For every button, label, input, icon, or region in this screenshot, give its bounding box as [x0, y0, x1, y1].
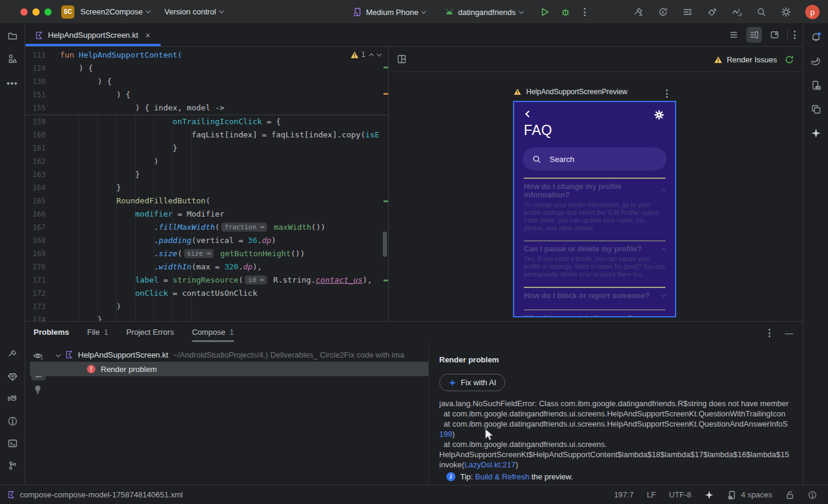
faq-question: Can I pause or delete my profile? [524, 245, 665, 253]
line-number: 168 [25, 234, 46, 247]
editor-options-icon[interactable] [793, 29, 797, 40]
prev-issue-icon[interactable] [369, 53, 374, 58]
next-issue-icon[interactable] [377, 51, 382, 56]
statusbar-file[interactable]: compose-compose-model-1758748140651.xml [7, 490, 183, 499]
design-view-button[interactable] [767, 27, 782, 43]
file-encoding[interactable]: UTF-8 [669, 490, 691, 499]
run-button[interactable] [540, 7, 550, 17]
gemini-icon[interactable] [811, 128, 821, 139]
window-controls [20, 8, 52, 16]
line-separator[interactable]: LF [647, 490, 656, 499]
faq-question: Why did my match disappear? [524, 314, 665, 317]
minimize-window-button[interactable] [32, 8, 40, 16]
code-style-icon [727, 490, 737, 500]
caret-position[interactable]: 197:7 [614, 490, 634, 499]
lock-icon[interactable] [785, 490, 794, 500]
close-tab-icon[interactable]: × [145, 31, 150, 40]
line-number: 159 [25, 115, 46, 128]
logcat-icon[interactable] [7, 394, 18, 404]
warning-icon [514, 88, 521, 95]
close-window-button[interactable] [20, 8, 28, 16]
project-tool-icon[interactable] [7, 31, 18, 41]
notifications-icon[interactable] [810, 31, 822, 43]
settings-gear-icon[interactable] [781, 7, 791, 17]
line-number: 111 [25, 49, 46, 62]
problems-file-row[interactable]: HelpAndSupportScreen.kt ~/AndroidStudioP… [56, 348, 421, 361]
inspection-widget[interactable]: 1 [350, 50, 381, 59]
device-manager-icon[interactable] [811, 104, 821, 115]
running-devices-icon[interactable] [811, 80, 821, 91]
preview-layout-icon[interactable] [397, 54, 407, 64]
change-marker [383, 200, 388, 202]
panel-tab-compose[interactable]: Compose1 [192, 328, 234, 342]
stack-link[interactable]: 199 [439, 430, 452, 439]
preview-toggle-eye-icon[interactable] [32, 351, 43, 361]
line-number: 124 [25, 62, 46, 75]
ai-sparkle-icon [448, 379, 457, 387]
panel-options-icon[interactable] [767, 328, 772, 338]
sticky-lines: 111fun HelpAndSupportContent(124 ) {130 … [25, 47, 388, 115]
preview-options-icon[interactable] [665, 88, 669, 99]
code-editor[interactable]: 111fun HelpAndSupportContent(124 ) {130 … [25, 47, 389, 321]
sync-icon[interactable]: A [658, 7, 668, 17]
build-icon[interactable] [633, 7, 644, 17]
more-run-options-icon[interactable] [583, 7, 587, 17]
refresh-preview-icon[interactable] [784, 55, 794, 65]
code-line: 170 .widthIn(max = 320.dp), [25, 260, 388, 274]
app-quality-insights-icon[interactable] [7, 371, 18, 382]
panel-tab-file[interactable]: File1 [87, 328, 108, 342]
run-configuration-selector[interactable]: datingandfriends [445, 8, 523, 17]
device-selector[interactable]: Medium Phone [353, 7, 425, 17]
problems-panel: ProblemsFile1Project ErrorsCompose1 — He… [25, 321, 803, 485]
build-tool-icon[interactable] [7, 349, 18, 359]
profiler-icon[interactable] [707, 7, 718, 17]
line-number: 170 [25, 260, 46, 274]
hide-panel-icon[interactable]: — [785, 328, 793, 338]
fix-with-ai-button[interactable]: Fix with AI [439, 374, 505, 391]
code-line: 166 modifier = Modifier [25, 208, 388, 221]
build-refresh-link[interactable]: Build & Refresh [475, 472, 529, 481]
project-menu[interactable]: Screen2Compose [80, 7, 150, 16]
titlebar-actions: A 5 p [633, 0, 820, 24]
code-line: 161 } [25, 142, 388, 155]
editor-scrollbar[interactable] [383, 232, 387, 257]
preview-toolbar: Render Issues [389, 47, 803, 72]
user-avatar[interactable]: p [805, 5, 820, 19]
code-line: 167 .fillMaxWidth(fraction = maxWidth()) [25, 221, 388, 234]
debug-button[interactable] [560, 7, 571, 17]
git-tool-icon[interactable] [7, 460, 18, 471]
code-lines: 159 onTrailingIconClick = {160 faqList[i… [25, 115, 388, 321]
faq-item: Can I pause or delete my profile?Yes. If… [524, 241, 665, 287]
render-issues-button[interactable]: Render Issues [714, 55, 777, 64]
search-icon[interactable] [756, 7, 767, 17]
vcs-menu[interactable]: Version control [164, 7, 223, 16]
panel-tab-problems[interactable]: Problems [34, 328, 69, 342]
preview-phone-frame[interactable]: FAQ Search How do I change my profile in… [513, 101, 676, 317]
maximize-window-button[interactable] [44, 8, 52, 16]
editor-tab[interactable]: HelpAndSupportScreen.kt × [25, 24, 161, 46]
resource-manager-icon[interactable] [7, 53, 18, 64]
build-variants-icon[interactable]: 5 [682, 7, 693, 17]
more-tool-windows-icon[interactable]: ••• [7, 78, 18, 88]
indent-config[interactable]: 4 spaces [727, 490, 772, 500]
panel-tab-project-errors[interactable]: Project Errors [126, 328, 173, 342]
problems-tabs: ProblemsFile1Project ErrorsCompose1 [34, 322, 234, 343]
divider [524, 178, 665, 179]
chevron-down-icon [661, 292, 666, 297]
quick-fix-bulb-icon[interactable] [34, 385, 42, 394]
code-view-button[interactable] [726, 27, 742, 43]
problem-detail: Render problem Fix with AI java.lang.NoS… [433, 343, 803, 485]
project-icon: SC [61, 5, 74, 19]
split-view-button[interactable] [746, 27, 762, 43]
gradle-icon[interactable] [810, 56, 822, 67]
ai-status-icon[interactable] [704, 490, 714, 500]
app-inspection-icon[interactable] [731, 7, 742, 17]
tip-row: i Tip: Build & Refresh the preview. [446, 472, 573, 481]
panel-splitter[interactable] [428, 343, 429, 485]
error-highlight-icon[interactable] [808, 490, 817, 500]
problems-tool-icon[interactable] [7, 416, 18, 427]
stack-link[interactable]: LazyDsl.kt:217 [464, 460, 515, 469]
preview-title-row[interactable]: HelpAndSupportScreenPreview [514, 88, 628, 96]
problem-row-selected[interactable]: ! Render problem [30, 362, 428, 376]
terminal-tool-icon[interactable] [7, 438, 18, 449]
